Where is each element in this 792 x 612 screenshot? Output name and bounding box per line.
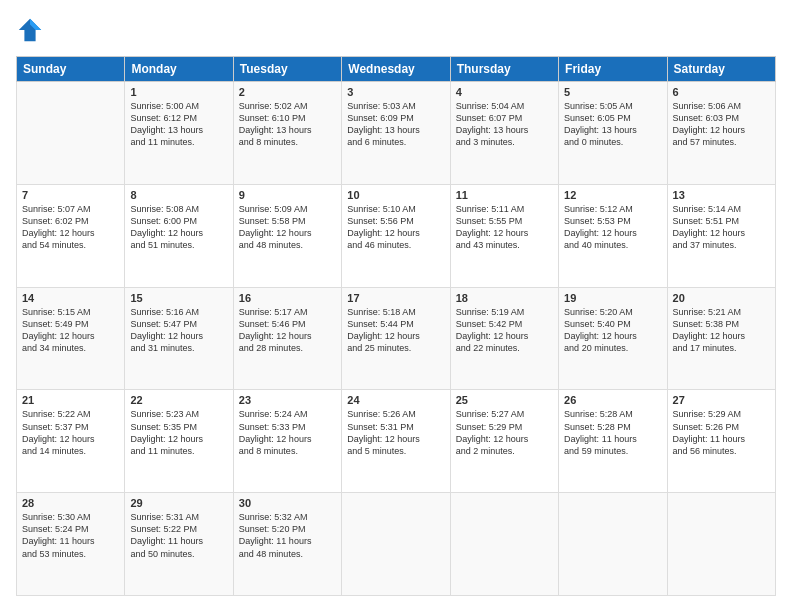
day-cell: 7Sunrise: 5:07 AM Sunset: 6:02 PM Daylig…	[17, 184, 125, 287]
day-info: Sunrise: 5:12 AM Sunset: 5:53 PM Dayligh…	[564, 203, 661, 252]
day-number: 24	[347, 394, 444, 406]
day-number: 26	[564, 394, 661, 406]
day-info: Sunrise: 5:21 AM Sunset: 5:38 PM Dayligh…	[673, 306, 770, 355]
day-number: 19	[564, 292, 661, 304]
day-cell: 6Sunrise: 5:06 AM Sunset: 6:03 PM Daylig…	[667, 82, 775, 185]
day-info: Sunrise: 5:24 AM Sunset: 5:33 PM Dayligh…	[239, 408, 336, 457]
day-cell: 26Sunrise: 5:28 AM Sunset: 5:28 PM Dayli…	[559, 390, 667, 493]
day-info: Sunrise: 5:27 AM Sunset: 5:29 PM Dayligh…	[456, 408, 553, 457]
day-cell: 20Sunrise: 5:21 AM Sunset: 5:38 PM Dayli…	[667, 287, 775, 390]
day-number: 9	[239, 189, 336, 201]
day-info: Sunrise: 5:03 AM Sunset: 6:09 PM Dayligh…	[347, 100, 444, 149]
logo-icon	[16, 16, 44, 44]
day-number: 4	[456, 86, 553, 98]
day-number: 8	[130, 189, 227, 201]
day-number: 12	[564, 189, 661, 201]
day-info: Sunrise: 5:17 AM Sunset: 5:46 PM Dayligh…	[239, 306, 336, 355]
day-number: 30	[239, 497, 336, 509]
day-number: 18	[456, 292, 553, 304]
day-info: Sunrise: 5:16 AM Sunset: 5:47 PM Dayligh…	[130, 306, 227, 355]
day-number: 1	[130, 86, 227, 98]
day-info: Sunrise: 5:28 AM Sunset: 5:28 PM Dayligh…	[564, 408, 661, 457]
day-cell: 12Sunrise: 5:12 AM Sunset: 5:53 PM Dayli…	[559, 184, 667, 287]
day-cell: 4Sunrise: 5:04 AM Sunset: 6:07 PM Daylig…	[450, 82, 558, 185]
day-cell: 9Sunrise: 5:09 AM Sunset: 5:58 PM Daylig…	[233, 184, 341, 287]
day-info: Sunrise: 5:15 AM Sunset: 5:49 PM Dayligh…	[22, 306, 119, 355]
calendar: SundayMondayTuesdayWednesdayThursdayFrid…	[16, 56, 776, 596]
weekday-header-saturday: Saturday	[667, 57, 775, 82]
day-info: Sunrise: 5:19 AM Sunset: 5:42 PM Dayligh…	[456, 306, 553, 355]
day-cell: 13Sunrise: 5:14 AM Sunset: 5:51 PM Dayli…	[667, 184, 775, 287]
day-info: Sunrise: 5:11 AM Sunset: 5:55 PM Dayligh…	[456, 203, 553, 252]
day-info: Sunrise: 5:32 AM Sunset: 5:20 PM Dayligh…	[239, 511, 336, 560]
day-cell: 1Sunrise: 5:00 AM Sunset: 6:12 PM Daylig…	[125, 82, 233, 185]
day-cell: 27Sunrise: 5:29 AM Sunset: 5:26 PM Dayli…	[667, 390, 775, 493]
day-cell: 17Sunrise: 5:18 AM Sunset: 5:44 PM Dayli…	[342, 287, 450, 390]
day-number: 15	[130, 292, 227, 304]
day-number: 2	[239, 86, 336, 98]
week-row-1: 1Sunrise: 5:00 AM Sunset: 6:12 PM Daylig…	[17, 82, 776, 185]
day-info: Sunrise: 5:07 AM Sunset: 6:02 PM Dayligh…	[22, 203, 119, 252]
day-number: 7	[22, 189, 119, 201]
day-info: Sunrise: 5:05 AM Sunset: 6:05 PM Dayligh…	[564, 100, 661, 149]
day-info: Sunrise: 5:29 AM Sunset: 5:26 PM Dayligh…	[673, 408, 770, 457]
day-info: Sunrise: 5:30 AM Sunset: 5:24 PM Dayligh…	[22, 511, 119, 560]
day-cell: 18Sunrise: 5:19 AM Sunset: 5:42 PM Dayli…	[450, 287, 558, 390]
day-number: 5	[564, 86, 661, 98]
day-number: 23	[239, 394, 336, 406]
week-row-4: 21Sunrise: 5:22 AM Sunset: 5:37 PM Dayli…	[17, 390, 776, 493]
day-number: 22	[130, 394, 227, 406]
day-cell: 21Sunrise: 5:22 AM Sunset: 5:37 PM Dayli…	[17, 390, 125, 493]
day-cell: 30Sunrise: 5:32 AM Sunset: 5:20 PM Dayli…	[233, 493, 341, 596]
day-number: 10	[347, 189, 444, 201]
day-number: 28	[22, 497, 119, 509]
day-cell: 11Sunrise: 5:11 AM Sunset: 5:55 PM Dayli…	[450, 184, 558, 287]
day-number: 17	[347, 292, 444, 304]
day-info: Sunrise: 5:14 AM Sunset: 5:51 PM Dayligh…	[673, 203, 770, 252]
page-header	[16, 16, 776, 44]
day-info: Sunrise: 5:20 AM Sunset: 5:40 PM Dayligh…	[564, 306, 661, 355]
weekday-header-monday: Monday	[125, 57, 233, 82]
day-cell: 3Sunrise: 5:03 AM Sunset: 6:09 PM Daylig…	[342, 82, 450, 185]
day-info: Sunrise: 5:06 AM Sunset: 6:03 PM Dayligh…	[673, 100, 770, 149]
week-row-2: 7Sunrise: 5:07 AM Sunset: 6:02 PM Daylig…	[17, 184, 776, 287]
day-number: 20	[673, 292, 770, 304]
weekday-header-wednesday: Wednesday	[342, 57, 450, 82]
day-info: Sunrise: 5:22 AM Sunset: 5:37 PM Dayligh…	[22, 408, 119, 457]
day-info: Sunrise: 5:31 AM Sunset: 5:22 PM Dayligh…	[130, 511, 227, 560]
day-info: Sunrise: 5:02 AM Sunset: 6:10 PM Dayligh…	[239, 100, 336, 149]
day-cell: 16Sunrise: 5:17 AM Sunset: 5:46 PM Dayli…	[233, 287, 341, 390]
day-number: 16	[239, 292, 336, 304]
day-info: Sunrise: 5:04 AM Sunset: 6:07 PM Dayligh…	[456, 100, 553, 149]
day-number: 29	[130, 497, 227, 509]
day-info: Sunrise: 5:09 AM Sunset: 5:58 PM Dayligh…	[239, 203, 336, 252]
day-number: 21	[22, 394, 119, 406]
day-cell: 5Sunrise: 5:05 AM Sunset: 6:05 PM Daylig…	[559, 82, 667, 185]
weekday-header-sunday: Sunday	[17, 57, 125, 82]
day-cell: 24Sunrise: 5:26 AM Sunset: 5:31 PM Dayli…	[342, 390, 450, 493]
day-cell: 19Sunrise: 5:20 AM Sunset: 5:40 PM Dayli…	[559, 287, 667, 390]
day-cell: 10Sunrise: 5:10 AM Sunset: 5:56 PM Dayli…	[342, 184, 450, 287]
day-number: 14	[22, 292, 119, 304]
week-row-5: 28Sunrise: 5:30 AM Sunset: 5:24 PM Dayli…	[17, 493, 776, 596]
day-info: Sunrise: 5:10 AM Sunset: 5:56 PM Dayligh…	[347, 203, 444, 252]
day-number: 13	[673, 189, 770, 201]
day-number: 27	[673, 394, 770, 406]
day-cell	[450, 493, 558, 596]
day-info: Sunrise: 5:00 AM Sunset: 6:12 PM Dayligh…	[130, 100, 227, 149]
day-number: 25	[456, 394, 553, 406]
week-row-3: 14Sunrise: 5:15 AM Sunset: 5:49 PM Dayli…	[17, 287, 776, 390]
day-cell: 22Sunrise: 5:23 AM Sunset: 5:35 PM Dayli…	[125, 390, 233, 493]
day-cell	[667, 493, 775, 596]
logo	[16, 16, 50, 44]
day-cell: 25Sunrise: 5:27 AM Sunset: 5:29 PM Dayli…	[450, 390, 558, 493]
weekday-header-thursday: Thursday	[450, 57, 558, 82]
weekday-header-row: SundayMondayTuesdayWednesdayThursdayFrid…	[17, 57, 776, 82]
day-info: Sunrise: 5:18 AM Sunset: 5:44 PM Dayligh…	[347, 306, 444, 355]
day-info: Sunrise: 5:08 AM Sunset: 6:00 PM Dayligh…	[130, 203, 227, 252]
day-number: 11	[456, 189, 553, 201]
day-cell: 29Sunrise: 5:31 AM Sunset: 5:22 PM Dayli…	[125, 493, 233, 596]
day-cell	[342, 493, 450, 596]
day-cell: 2Sunrise: 5:02 AM Sunset: 6:10 PM Daylig…	[233, 82, 341, 185]
day-cell: 15Sunrise: 5:16 AM Sunset: 5:47 PM Dayli…	[125, 287, 233, 390]
